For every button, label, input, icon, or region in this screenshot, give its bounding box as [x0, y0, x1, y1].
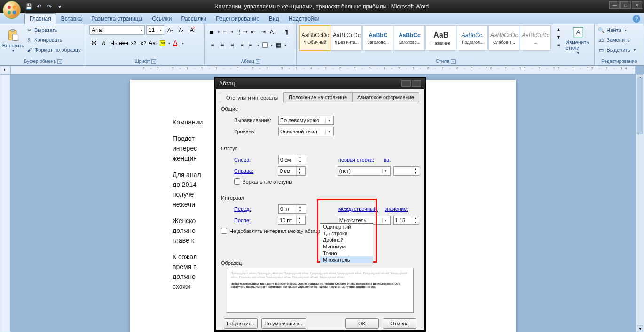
tabs-button[interactable]: Табуляция...: [224, 318, 258, 329]
styles-scroll-up[interactable]: ▴: [554, 25, 563, 33]
font-color-button[interactable]: A▾: [172, 39, 185, 48]
alignment-select[interactable]: По левому краю▾: [278, 116, 334, 125]
save-icon[interactable]: 💾: [24, 2, 33, 11]
line-opt-double[interactable]: Двойной: [320, 237, 373, 243]
dialog-tab-indents[interactable]: Отступы и интервалы: [221, 93, 283, 103]
line-opt-multiple[interactable]: Множитель: [320, 256, 373, 263]
style-normal[interactable]: AaBbCcDc¶ Обычный: [299, 25, 330, 51]
mirror-indents-checkbox[interactable]: [234, 178, 240, 185]
decrease-indent-button[interactable]: ⇤: [249, 27, 258, 37]
qat-dropdown-icon[interactable]: ▾: [55, 2, 64, 11]
shading-button[interactable]: ▾: [261, 40, 274, 50]
vertical-ruler[interactable]: [0, 74, 10, 332]
dialog-tab-position[interactable]: Положение на странице: [283, 92, 352, 102]
sort-button[interactable]: A↓: [268, 27, 282, 37]
style-subtle[interactable]: AaBbCcDcСлабое в...: [488, 25, 519, 51]
style-h2[interactable]: AaBbCcЗаголово...: [394, 25, 425, 51]
numbering-button[interactable]: ≡▾: [221, 27, 235, 37]
borders-button[interactable]: ▦▾: [275, 40, 288, 50]
style-subtitle[interactable]: AaBbCc.Подзагол...: [457, 25, 488, 51]
dialog-help-button[interactable]: [401, 80, 411, 87]
styles-scroll-down[interactable]: ▾: [554, 33, 563, 41]
close-button[interactable]: ✕: [632, 1, 642, 9]
format-painter-button[interactable]: 🖌Формат по образцу: [25, 45, 81, 54]
line-spacing-button[interactable]: ≡▾: [247, 40, 260, 50]
cancel-button[interactable]: Отмена: [383, 318, 416, 329]
shrink-font-button[interactable]: A▾: [176, 25, 186, 35]
style-nospacing[interactable]: AaBbCcDc¶ Без инте...: [331, 25, 362, 51]
paragraph-launcher[interactable]: ↘: [256, 59, 260, 64]
horizontal-ruler[interactable]: 3 · 1 · 2 · 1 · 1 · 1 · · 1 · 2 · 1 · 3 …: [10, 66, 636, 74]
tab-home[interactable]: Главная: [24, 13, 56, 24]
change-styles-button[interactable]: A Изменить стили▾: [565, 25, 591, 55]
vertical-scrollbar[interactable]: ▴ ▾: [636, 74, 644, 332]
tab-page-layout[interactable]: Разметка страницы: [86, 14, 147, 24]
tab-references[interactable]: Ссылки: [147, 14, 176, 24]
maximize-button[interactable]: □: [620, 1, 631, 9]
dialog-tab-asian[interactable]: Азиатское оформление: [352, 92, 419, 102]
tab-insert[interactable]: Вставка: [56, 14, 87, 24]
ok-button[interactable]: OK: [345, 318, 379, 329]
italic-button[interactable]: К: [99, 39, 109, 48]
superscript-button[interactable]: x2: [139, 39, 148, 48]
indent-right-spinner[interactable]: ▴▾: [278, 166, 306, 176]
clear-format-button[interactable]: A⊘: [187, 25, 196, 35]
grow-font-button[interactable]: A▴: [165, 25, 175, 35]
line-opt-atleast[interactable]: Минимум: [320, 243, 373, 250]
office-button[interactable]: [3, 1, 22, 20]
bullets-button[interactable]: ≣▾: [208, 27, 221, 37]
line-opt-exactly[interactable]: Точно: [320, 250, 373, 256]
line-spacing-at-spinner[interactable]: ▴▾: [393, 216, 419, 225]
underline-button[interactable]: Ч▾: [109, 39, 118, 48]
subscript-button[interactable]: x2: [129, 39, 138, 48]
clipboard-launcher[interactable]: ↘: [57, 59, 62, 64]
redo-icon[interactable]: ↷: [45, 2, 54, 11]
style-h1[interactable]: AaBbCЗаголово...: [362, 25, 393, 51]
indent-left-spinner[interactable]: ▴▾: [278, 155, 306, 164]
font-size-combo[interactable]: 11▾: [146, 25, 164, 35]
increase-indent-button[interactable]: ⇥: [259, 27, 268, 37]
font-launcher[interactable]: ↘: [151, 59, 156, 64]
font-name-combo[interactable]: Arial▾: [89, 25, 145, 35]
outline-level-select[interactable]: Основной текст▾: [278, 127, 334, 136]
undo-icon[interactable]: ↶: [35, 2, 43, 11]
tab-selector[interactable]: L: [0, 66, 10, 74]
show-marks-button[interactable]: ¶: [282, 27, 291, 37]
strike-button[interactable]: abc: [119, 39, 128, 48]
select-button[interactable]: ▭Выделить▾: [597, 45, 636, 54]
minimize-button[interactable]: —: [609, 1, 620, 9]
line-spacing-dropdown-list[interactable]: Одинарный 1,5 строки Двойной Минимум Точ…: [320, 223, 373, 263]
first-line-by-spinner[interactable]: ▴▾: [393, 166, 419, 176]
find-button[interactable]: 🔍Найти▾: [597, 25, 636, 35]
justify-button[interactable]: ≡: [237, 40, 247, 50]
cut-button[interactable]: ✂Вырезать: [25, 25, 81, 35]
first-line-select[interactable]: (нет)▾: [338, 166, 391, 176]
multilevel-button[interactable]: ⋮≡▾: [235, 27, 248, 37]
styles-launcher[interactable]: ↘: [451, 59, 456, 64]
style-title[interactable]: AaBНазвание: [425, 25, 456, 51]
tab-review[interactable]: Рецензирование: [211, 14, 264, 24]
help-button[interactable]: ?: [633, 15, 640, 23]
bold-button[interactable]: Ж: [89, 39, 99, 48]
scroll-thumb[interactable]: [637, 78, 643, 134]
dialog-close-button[interactable]: [412, 80, 421, 87]
no-space-between-checkbox[interactable]: [221, 228, 227, 234]
replace-button[interactable]: abЗаменить: [597, 35, 636, 45]
change-case-button[interactable]: Aa▾: [149, 39, 158, 48]
paste-button[interactable]: Вставить ▾: [3, 25, 24, 55]
tab-addins[interactable]: Надстройки: [284, 14, 324, 24]
line-opt-15[interactable]: 1,5 строки: [320, 230, 373, 237]
styles-expand[interactable]: ≡: [554, 41, 563, 49]
copy-button[interactable]: ⎘Копировать: [25, 35, 81, 45]
styles-gallery[interactable]: AaBbCcDc¶ Обычный AaBbCcDc¶ Без инте... …: [299, 25, 551, 51]
align-left-button[interactable]: ≡: [208, 40, 217, 50]
tab-view[interactable]: Вид: [264, 14, 284, 24]
line-opt-single[interactable]: Одинарный: [320, 224, 373, 230]
scroll-down-arrow[interactable]: ▾: [637, 325, 643, 332]
align-right-button[interactable]: ≡: [228, 40, 237, 50]
space-before-spinner[interactable]: ▴▾: [278, 204, 306, 214]
align-center-button[interactable]: ≡: [218, 40, 227, 50]
space-after-spinner[interactable]: ▴▾: [278, 216, 306, 225]
style-more[interactable]: AaBbCcDc...: [520, 25, 551, 51]
highlight-button[interactable]: ab▾: [158, 39, 172, 48]
